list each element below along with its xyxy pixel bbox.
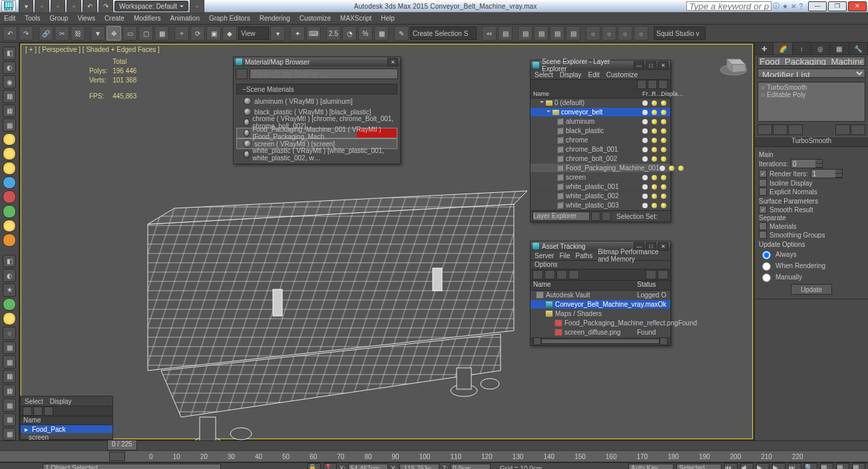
cmd-tab-modify[interactable]: 🌈 — [773, 43, 792, 55]
help-search-input[interactable] — [686, 1, 771, 11]
render-setup-button[interactable]: ☼ — [586, 26, 600, 41]
mb-search-menu-icon[interactable] — [236, 69, 248, 79]
lt-omni-light-icon[interactable] — [3, 133, 16, 146]
lt-helper7-icon[interactable]: ▦ — [3, 341, 16, 355]
se-explorer-dropdown[interactable]: Layer Explorer — [533, 212, 590, 221]
at-row-Maps-Shaders[interactable]: Maps / Shaders — [531, 309, 670, 319]
snap-percent-button[interactable]: % — [358, 26, 373, 41]
lt-extras-icon[interactable]: ▦ — [3, 90, 16, 103]
render-frame-button[interactable]: ☼ — [602, 26, 616, 41]
render-iters-spinner[interactable] — [811, 169, 843, 178]
nav-zoomall-icon[interactable]: ▦ — [820, 463, 833, 469]
cmd-tab-display[interactable]: ▦ — [830, 43, 849, 55]
qa-save-icon[interactable]: ▫ — [67, 0, 81, 13]
se-tool3-icon[interactable] — [658, 80, 668, 89]
scale-button[interactable]: ▣ — [206, 26, 221, 41]
app-menu-icon[interactable]: ▾ — [19, 0, 33, 13]
ms-remove-icon[interactable] — [835, 124, 850, 135]
lt-helper2-icon[interactable]: ◐ — [3, 269, 16, 282]
se-row-white_plastic_001[interactable]: white_plastic_001 — [531, 182, 670, 192]
menu-maxscript[interactable]: MAXScript — [340, 15, 371, 22]
window-minimize-button[interactable]: — — [808, 1, 827, 11]
workspace-dropdown[interactable]: Workspace: Default — [114, 1, 188, 11]
se-row-chrome_Bolt_001[interactable]: chrome_Bolt_001 — [531, 145, 670, 154]
lt-helper1-icon[interactable]: ◧ — [3, 255, 16, 268]
mh-menu-display[interactable]: Display — [50, 398, 72, 405]
se-row-aluminum[interactable]: aluminum — [531, 117, 670, 126]
lt-mr-light-icon[interactable] — [3, 220, 16, 233]
se-row-Food_Packaging_Machine_001[interactable]: Food_Packaging_Machine_001 — [531, 164, 670, 173]
lock-icon[interactable]: 🔒 — [308, 463, 321, 469]
at-row-Food_Packaging_Machine_reflect-png[interactable]: Food_Packaging_Machine_reflect.pngFound — [531, 319, 670, 328]
se-menu-customize[interactable]: Customize — [606, 71, 638, 78]
nav-zoom-icon[interactable]: 🔍 — [804, 463, 817, 469]
snap-angle-button[interactable]: ◔ — [342, 26, 357, 41]
mh-tool3-icon[interactable] — [44, 406, 53, 416]
select-filter-button[interactable]: ▼ — [91, 26, 105, 41]
play-end-icon[interactable]: ⏭ — [788, 463, 801, 469]
infocenter-icon[interactable]: ⓘ — [773, 1, 779, 11]
update-manual-radio[interactable] — [762, 273, 771, 282]
mb-item-0[interactable]: aluminum ( VRayMtl ) [aluminum] — [236, 96, 397, 106]
se-col-display[interactable]: Displa… — [661, 90, 670, 97]
at-tool1-icon[interactable] — [533, 270, 543, 279]
modifier-stack[interactable]: TurboSmooth Editable Poly — [758, 82, 865, 122]
menu-grapheditors[interactable]: Graph Editors — [209, 15, 250, 22]
bind-button[interactable]: ⛓ — [71, 26, 85, 41]
ms-pin-icon[interactable] — [758, 124, 772, 135]
schematic-view-button[interactable]: ▤ — [550, 26, 564, 41]
cmd-tab-hierarchy[interactable]: ↕ — [793, 43, 811, 55]
mirror-button[interactable]: ⇔ — [482, 26, 497, 41]
nav-extents-icon[interactable]: ▦ — [852, 463, 865, 469]
iterations-spinner[interactable] — [791, 159, 823, 168]
right-toolbar-label[interactable]: Squid Studio v — [654, 27, 706, 40]
se-maximize-button[interactable]: □ — [646, 61, 656, 70]
explicit-checkbox[interactable] — [759, 188, 767, 196]
nav-fov-icon[interactable]: ▦ — [836, 463, 849, 469]
object-name-input[interactable] — [758, 57, 865, 66]
modifier-list-dropdown[interactable]: Modifier List — [758, 69, 865, 78]
layer-explorer-button[interactable]: ▤ — [518, 26, 533, 41]
material-editor-button[interactable]: ▤ — [566, 26, 580, 41]
lt-extras3-icon[interactable]: ▦ — [3, 118, 16, 132]
at-menu-server[interactable]: Server — [535, 252, 554, 259]
update-always-radio[interactable] — [762, 251, 771, 259]
menu-tools[interactable]: Tools — [25, 15, 40, 22]
curve-editor-button[interactable]: ▤ — [534, 26, 548, 41]
smooth-checkbox[interactable]: ✓ — [759, 206, 767, 214]
at-tool2-icon[interactable] — [544, 270, 555, 279]
play-next-icon[interactable]: ▶ — [772, 463, 785, 469]
viewcube-icon[interactable] — [719, 51, 748, 77]
se-row-black_plastic[interactable]: black_plastic — [531, 126, 670, 136]
select-region-button[interactable]: ▢ — [138, 26, 153, 41]
lt-sky-light-icon[interactable] — [3, 176, 16, 190]
at-scroll-right[interactable] — [660, 337, 668, 345]
manip-button[interactable]: ✦ — [290, 26, 305, 41]
menu-edit[interactable]: Edit — [4, 15, 15, 22]
at-menu-paths[interactable]: Paths — [576, 252, 593, 259]
ms-show-icon[interactable] — [773, 124, 787, 135]
align-button[interactable]: ▤ — [498, 26, 513, 41]
unlink-button[interactable]: ✂ — [55, 26, 69, 41]
lt-cameras-icon[interactable]: ◉ — [3, 75, 16, 88]
se-minimize-button[interactable]: — — [634, 61, 644, 70]
cmd-tab-utility[interactable]: 🔧 — [849, 43, 868, 55]
menu-create[interactable]: Create — [105, 15, 124, 22]
se-row-screen[interactable]: screen — [531, 173, 670, 182]
viewport-label[interactable]: [ + ] [ Perspective ] [ Shaded + Edged F… — [25, 46, 160, 53]
spinner-snap-button[interactable]: ▦ — [374, 26, 389, 41]
lt-shapes-icon[interactable]: ◐ — [3, 61, 16, 75]
menu-help[interactable]: Help — [381, 15, 395, 22]
at-row-Autodesk-Vault[interactable]: Autodesk VaultLogged O — [531, 291, 670, 300]
update-render-radio[interactable] — [762, 262, 771, 271]
qa-redo-icon[interactable]: ↷ — [99, 0, 113, 13]
at-tool6-icon[interactable] — [658, 270, 668, 279]
z-coord-input[interactable]: 0,0cm — [451, 464, 491, 469]
menu-views[interactable]: Views — [77, 15, 95, 22]
window-close-button[interactable]: ✕ — [848, 1, 867, 11]
x-coord-input[interactable]: 54.467cm — [348, 464, 388, 469]
se-foot-icon2[interactable] — [602, 212, 611, 221]
se-row-white_plastic_003[interactable]: white_plastic_003 — [531, 201, 670, 210]
lt-free-icon[interactable] — [3, 205, 16, 218]
snap-2d-button[interactable]: 2.5 — [326, 26, 341, 41]
